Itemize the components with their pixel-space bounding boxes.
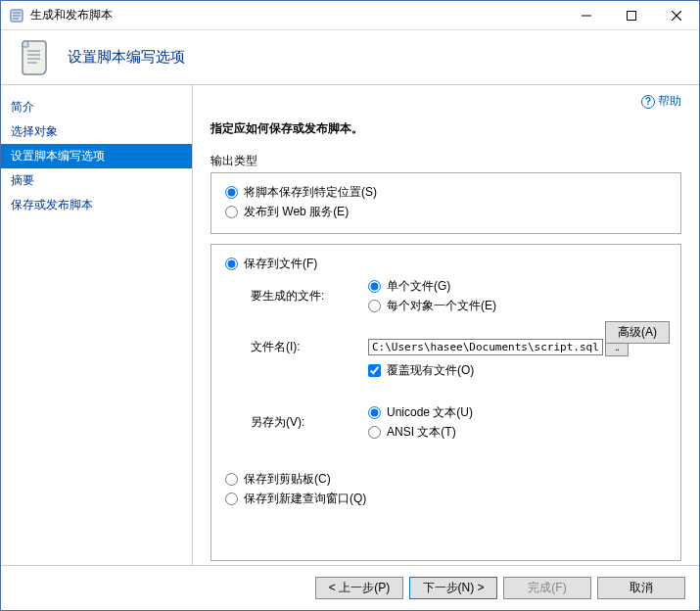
- filename-label: 文件名(I):: [251, 339, 368, 355]
- radio-save-to-location[interactable]: [225, 186, 238, 199]
- wizard-footer: < 上一步(P) 下一步(N) > 完成(F) 取消: [1, 565, 699, 610]
- window-controls: [564, 1, 699, 29]
- help-link[interactable]: ? 帮助: [641, 93, 681, 110]
- finish-button: 完成(F): [503, 577, 591, 599]
- radio-save-new-query-label: 保存到新建查询窗口(Q): [244, 491, 366, 507]
- radio-publish-web[interactable]: [225, 206, 238, 218]
- radio-ansi-label: ANSI 文本(T): [387, 424, 456, 441]
- radio-save-to-file-label: 保存到文件(F): [244, 256, 317, 272]
- radio-single-file-label: 单个文件(G): [387, 278, 450, 295]
- cancel-button[interactable]: 取消: [597, 577, 685, 599]
- save-as-label: 另存为(V):: [251, 414, 368, 431]
- files-to-generate-label: 要生成的文件:: [251, 288, 368, 305]
- radio-save-clipboard[interactable]: [225, 473, 238, 486]
- step-choose-objects[interactable]: 选择对象: [1, 119, 192, 144]
- step-summary[interactable]: 摘要: [1, 168, 192, 193]
- radio-unicode[interactable]: [368, 406, 381, 419]
- radio-file-per-object-label: 每个对象一个文件(E): [387, 298, 496, 314]
- previous-button[interactable]: < 上一步(P): [315, 577, 403, 599]
- checkbox-overwrite[interactable]: [368, 364, 381, 377]
- filename-input[interactable]: [368, 339, 603, 355]
- step-intro[interactable]: 简介: [1, 95, 192, 119]
- close-button[interactable]: [654, 1, 699, 29]
- wizard-steps-sidebar: 简介 选择对象 设置脚本编写选项 摘要 保存或发布脚本: [1, 85, 193, 565]
- help-icon: ?: [641, 95, 655, 109]
- minimize-button[interactable]: [564, 1, 609, 29]
- page-title: 设置脚本编写选项: [68, 48, 185, 67]
- script-icon: [15, 38, 54, 77]
- next-button[interactable]: 下一步(N) >: [409, 577, 497, 599]
- checkbox-overwrite-label: 覆盖现有文件(O): [387, 362, 474, 379]
- app-icon: [9, 8, 24, 24]
- step-set-scripting-options[interactable]: 设置脚本编写选项: [1, 144, 192, 168]
- window-title: 生成和发布脚本: [30, 7, 564, 24]
- radio-save-to-location-label: 将脚本保存到特定位置(S): [244, 184, 377, 201]
- wizard-window: 生成和发布脚本 设置脚本编写选项 简介: [0, 0, 700, 611]
- output-type-label: 输出类型: [210, 153, 681, 169]
- wizard-header: 设置脚本编写选项: [1, 30, 699, 85]
- radio-save-clipboard-label: 保存到剪贴板(C): [244, 471, 331, 488]
- svg-rect-2: [628, 11, 636, 20]
- step-save-or-publish[interactable]: 保存或发布脚本: [1, 193, 192, 217]
- save-options-group: 高级(A) 保存到文件(F) 要生成的文件: 单个文件(G): [210, 244, 681, 561]
- help-label: 帮助: [658, 93, 681, 110]
- wizard-body: 简介 选择对象 设置脚本编写选项 摘要 保存或发布脚本 ? 帮助 指定应如何保存…: [1, 85, 699, 565]
- titlebar: 生成和发布脚本: [1, 1, 699, 30]
- radio-file-per-object[interactable]: [368, 300, 381, 312]
- radio-save-to-file[interactable]: [225, 258, 238, 270]
- radio-save-new-query[interactable]: [225, 493, 238, 505]
- advanced-button[interactable]: 高级(A): [605, 321, 670, 344]
- radio-publish-web-label: 发布到 Web 服务(E): [244, 204, 349, 220]
- output-type-group: 将脚本保存到特定位置(S) 发布到 Web 服务(E): [210, 172, 681, 234]
- maximize-button[interactable]: [609, 1, 654, 29]
- wizard-main-panel: ? 帮助 指定应如何保存或发布脚本。 输出类型 将脚本保存到特定位置(S) 发布…: [193, 85, 699, 565]
- radio-single-file[interactable]: [368, 280, 381, 293]
- radio-unicode-label: Unicode 文本(U): [387, 404, 473, 421]
- radio-ansi[interactable]: [368, 426, 381, 439]
- instruction-text: 指定应如何保存或发布脚本。: [210, 120, 681, 137]
